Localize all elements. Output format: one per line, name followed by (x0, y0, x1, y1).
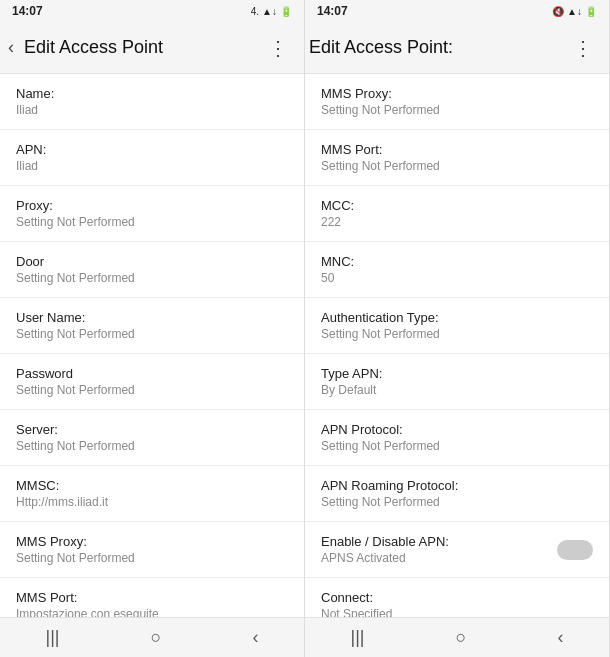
left-settings-list: Name: Iliad APN: Iliad Proxy: Setting No… (0, 74, 304, 617)
left-item-label-0: Name: (16, 86, 288, 101)
left-list-item[interactable]: Door Setting Not Performed (0, 242, 304, 298)
left-list-item[interactable]: Server: Setting Not Performed (0, 410, 304, 466)
left-list-item[interactable]: Proxy: Setting Not Performed (0, 186, 304, 242)
apn-toggle[interactable] (557, 540, 593, 560)
left-wifi-icon: ▲↓ (262, 6, 277, 17)
right-settings-list: MMS Proxy: Setting Not Performed MMS Por… (305, 74, 609, 617)
right-item-label-3: MNC: (321, 254, 593, 269)
left-item-value-0: Iliad (16, 103, 288, 117)
right-list-item[interactable]: MMS Port: Setting Not Performed (305, 130, 609, 186)
left-panel: 14:07 4. ▲↓ 🔋 ‹ Edit Access Point ⋮ Name… (0, 0, 305, 657)
left-item-label-7: MMSC: (16, 478, 288, 493)
left-app-header: ‹ Edit Access Point ⋮ (0, 22, 304, 74)
left-item-label-6: Server: (16, 422, 288, 437)
right-item-label-1: MMS Port: (321, 142, 593, 157)
right-item-label-5: Type APN: (321, 366, 593, 381)
left-item-value-3: Setting Not Performed (16, 271, 288, 285)
right-list-item[interactable]: APN Roaming Protocol: Setting Not Perfor… (305, 466, 609, 522)
left-item-value-4: Setting Not Performed (16, 327, 288, 341)
left-item-label-2: Proxy: (16, 198, 288, 213)
right-app-header: Edit Access Point: ⋮ (305, 22, 609, 74)
right-status-bar: 14:07 🔇 ▲↓ 🔋 (305, 0, 609, 22)
right-header-title: Edit Access Point: (309, 37, 565, 58)
left-list-item[interactable]: MMSC: Http://mms.iliad.it (0, 466, 304, 522)
right-list-item[interactable]: APN Protocol: Setting Not Performed (305, 410, 609, 466)
right-nav-back[interactable]: ‹ (557, 627, 563, 648)
left-list-item[interactable]: Password Setting Not Performed (0, 354, 304, 410)
left-status-icons: 4. ▲↓ 🔋 (251, 6, 292, 17)
right-nav-bar: ||| ○ ‹ (305, 617, 609, 657)
right-item-label-7: APN Roaming Protocol: (321, 478, 593, 493)
left-list-item[interactable]: Name: Iliad (0, 74, 304, 130)
right-nav-home[interactable]: ○ (456, 627, 467, 648)
right-list-item[interactable]: MCC: 222 (305, 186, 609, 242)
left-list-item[interactable]: MMS Port: Impostazione con eseguite (0, 578, 304, 617)
right-menu-button[interactable]: ⋮ (565, 32, 601, 64)
left-list-item[interactable]: MMS Proxy: Setting Not Performed (0, 522, 304, 578)
left-list-item[interactable]: APN: Iliad (0, 130, 304, 186)
left-item-label-1: APN: (16, 142, 288, 157)
right-panel: 14:07 🔇 ▲↓ 🔋 Edit Access Point: ⋮ MMS Pr… (305, 0, 610, 657)
left-item-value-8: Setting Not Performed (16, 551, 288, 565)
right-item-value-5: By Default (321, 383, 593, 397)
left-header-title: Edit Access Point (24, 37, 260, 58)
right-list-item[interactable]: Authentication Type: Setting Not Perform… (305, 298, 609, 354)
right-item-label-8: Enable / Disable APN: (321, 534, 449, 549)
left-item-label-8: MMS Proxy: (16, 534, 288, 549)
right-nav-recent[interactable]: ||| (351, 627, 365, 648)
left-battery-icon: 🔋 (280, 6, 292, 17)
right-list-item[interactable]: MNC: 50 (305, 242, 609, 298)
left-time: 14:07 (12, 4, 43, 18)
left-item-label-5: Password (16, 366, 288, 381)
right-item-label-6: APN Protocol: (321, 422, 593, 437)
left-list-item[interactable]: User Name: Setting Not Performed (0, 298, 304, 354)
left-back-button[interactable]: ‹ (4, 33, 18, 62)
right-list-item[interactable]: Connect: Not Specified (305, 578, 609, 617)
left-item-value-6: Setting Not Performed (16, 439, 288, 453)
left-item-value-7: Http://mms.iliad.it (16, 495, 288, 509)
right-list-item[interactable]: MMS Proxy: Setting Not Performed (305, 74, 609, 130)
left-item-value-9: Impostazione con eseguite (16, 607, 288, 617)
left-item-value-5: Setting Not Performed (16, 383, 288, 397)
right-time: 14:07 (317, 4, 348, 18)
right-battery-icon: 🔋 (585, 6, 597, 17)
left-item-value-1: Iliad (16, 159, 288, 173)
left-nav-back[interactable]: ‹ (252, 627, 258, 648)
right-item-label-9: Connect: (321, 590, 593, 605)
left-nav-bar: ||| ○ ‹ (0, 617, 304, 657)
right-item-value-6: Setting Not Performed (321, 439, 593, 453)
right-item-value-2: 222 (321, 215, 593, 229)
left-item-label-9: MMS Port: (16, 590, 288, 605)
right-item-value-3: 50 (321, 271, 593, 285)
right-item-value-8: APNS Activated (321, 551, 449, 565)
right-status-icons: 🔇 ▲↓ 🔋 (552, 6, 597, 17)
left-item-value-2: Setting Not Performed (16, 215, 288, 229)
left-nav-home[interactable]: ○ (151, 627, 162, 648)
right-item-value-7: Setting Not Performed (321, 495, 593, 509)
right-mute-icon: 🔇 (552, 6, 564, 17)
right-list-item-toggle[interactable]: Enable / Disable APN: APNS Activated (305, 522, 609, 578)
left-signal-icon: 4. (251, 6, 259, 17)
right-item-label-0: MMS Proxy: (321, 86, 593, 101)
left-item-label-4: User Name: (16, 310, 288, 325)
right-item-value-1: Setting Not Performed (321, 159, 593, 173)
right-signal-icon: ▲↓ (567, 6, 582, 17)
left-status-bar: 14:07 4. ▲↓ 🔋 (0, 0, 304, 22)
right-list-item[interactable]: Type APN: By Default (305, 354, 609, 410)
right-item-label-4: Authentication Type: (321, 310, 593, 325)
right-item-value-9: Not Specified (321, 607, 593, 617)
left-item-label-3: Door (16, 254, 288, 269)
left-nav-recent[interactable]: ||| (46, 627, 60, 648)
left-menu-button[interactable]: ⋮ (260, 32, 296, 64)
right-item-value-4: Setting Not Performed (321, 327, 593, 341)
right-item-label-2: MCC: (321, 198, 593, 213)
right-item-value-0: Setting Not Performed (321, 103, 593, 117)
